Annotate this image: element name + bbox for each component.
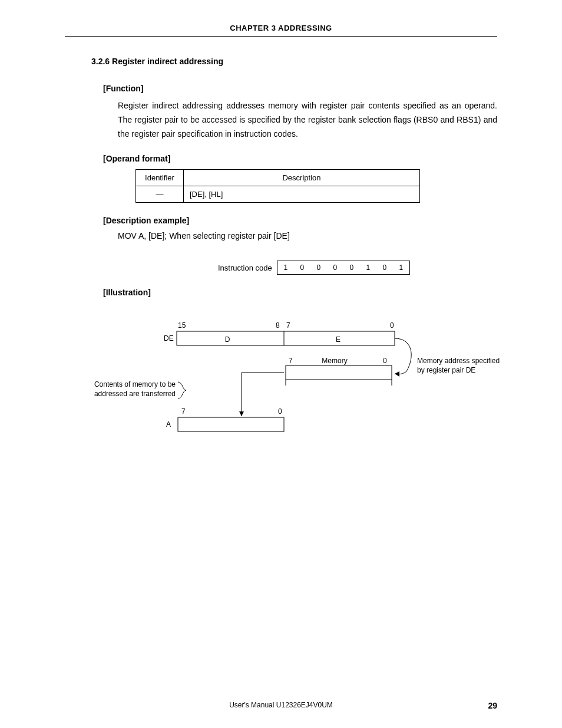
svg-marker-8 bbox=[239, 411, 244, 416]
col-description: Description bbox=[184, 170, 420, 186]
bit-cell: 0 bbox=[327, 261, 343, 274]
bit-cell: 1 bbox=[360, 261, 376, 274]
table-row: — [DE], [HL] bbox=[136, 186, 420, 203]
page-number: 29 bbox=[474, 701, 497, 710]
svg-marker-5 bbox=[395, 371, 399, 377]
svg-rect-9 bbox=[178, 417, 284, 431]
description-example-heading: [Description example] bbox=[103, 216, 497, 225]
bit-0-a: 0 bbox=[278, 407, 282, 416]
instruction-bits: 1 0 0 0 0 1 0 1 bbox=[277, 261, 410, 275]
bit-7-a: 7 bbox=[181, 407, 186, 416]
bit-cell: 0 bbox=[343, 261, 360, 274]
label-a: A bbox=[166, 420, 171, 429]
illustration: 15 8 7 0 DE D E 7 Memory 0 Memory addres… bbox=[65, 315, 497, 444]
bit-0-mem: 0 bbox=[383, 357, 387, 365]
instruction-code-row: Instruction code 1 0 0 0 0 1 0 1 bbox=[218, 261, 497, 275]
note-mem-addr-1: Memory address specified bbox=[417, 357, 500, 365]
col-identifier: Identifier bbox=[136, 170, 184, 186]
note-mem-addr-2: by register pair DE bbox=[417, 366, 475, 374]
svg-rect-0 bbox=[177, 331, 395, 345]
bit-7-mem: 7 bbox=[289, 357, 293, 365]
bit-0: 0 bbox=[390, 321, 394, 330]
bit-cell: 0 bbox=[376, 261, 393, 274]
svg-rect-2 bbox=[286, 365, 392, 380]
label-e: E bbox=[336, 335, 340, 344]
bit-8: 8 bbox=[276, 321, 280, 330]
label-de: DE bbox=[164, 334, 174, 342]
table-row: Identifier Description bbox=[136, 170, 420, 186]
chapter-header: CHAPTER 3 ADDRESSING bbox=[65, 24, 497, 37]
illustration-svg: 15 8 7 0 DE D E 7 Memory 0 Memory addres… bbox=[65, 315, 501, 444]
operand-table: Identifier Description — [DE], [HL] bbox=[135, 169, 420, 203]
note-contents-1: Contents of memory to be bbox=[94, 380, 176, 388]
note-contents-2: addressed are transferred bbox=[94, 390, 176, 398]
bit-7: 7 bbox=[286, 321, 290, 330]
function-body: Register indirect addressing addresses m… bbox=[118, 99, 497, 141]
function-heading: [Function] bbox=[103, 84, 497, 93]
footer-center: User's Manual U12326EJ4V0UM bbox=[88, 701, 474, 710]
illustration-heading: [Illustration] bbox=[103, 288, 497, 297]
label-d: D bbox=[225, 335, 230, 344]
bit-cell: 1 bbox=[277, 261, 294, 274]
bit-cell: 0 bbox=[310, 261, 327, 274]
operand-format-heading: [Operand format] bbox=[103, 154, 497, 163]
description-example-text: MOV A, [DE]; When selecting register pai… bbox=[118, 231, 497, 241]
bit-cell: 0 bbox=[294, 261, 310, 274]
identifier-cell: — bbox=[136, 186, 184, 203]
bit-cell: 1 bbox=[393, 261, 409, 274]
instruction-code-label: Instruction code bbox=[218, 263, 272, 272]
bit-15: 15 bbox=[178, 321, 186, 330]
label-memory: Memory bbox=[322, 357, 347, 365]
page-footer: User's Manual U12326EJ4V0UM 29 bbox=[0, 701, 562, 710]
description-cell: [DE], [HL] bbox=[184, 186, 420, 203]
section-title: 3.2.6 Register indirect addressing bbox=[91, 57, 497, 66]
